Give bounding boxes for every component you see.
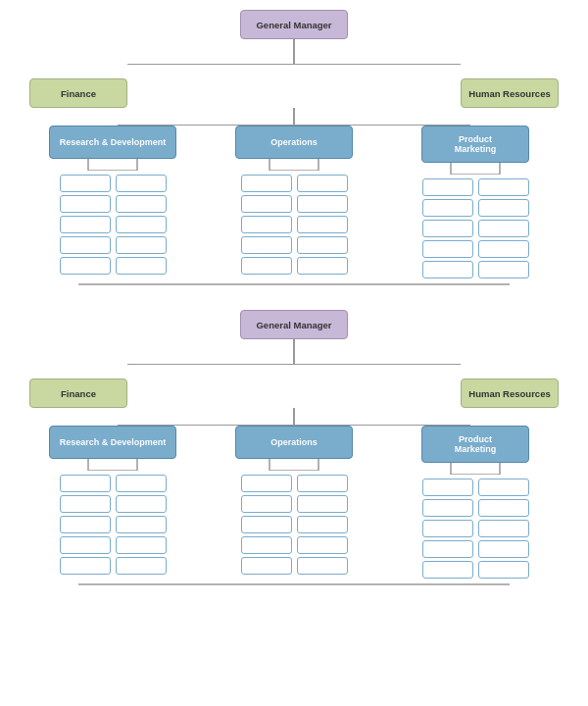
empty-box bbox=[478, 520, 529, 537]
bottom-connector-2 bbox=[29, 579, 559, 590]
empty-box bbox=[116, 536, 167, 554]
org-chart-2: General Manager Finance Human Resources bbox=[10, 310, 578, 590]
depts-row-1: Research & Development bbox=[29, 126, 559, 278]
ops-col2-2 bbox=[297, 475, 348, 575]
empty-box bbox=[297, 495, 348, 513]
finance-col-2: Finance bbox=[29, 378, 127, 408]
hr-col-1: Human Resources bbox=[461, 78, 559, 108]
dept-rd-label-2: Research & Development bbox=[60, 437, 167, 447]
empty-box bbox=[478, 261, 529, 278]
dept-rd-1: Research & Development bbox=[29, 126, 196, 275]
empty-box bbox=[116, 175, 167, 192]
empty-box bbox=[422, 479, 473, 496]
empty-box bbox=[116, 216, 167, 233]
empty-box bbox=[422, 240, 473, 258]
empty-box bbox=[478, 220, 529, 237]
empty-box bbox=[241, 195, 292, 213]
finance-label-2: Finance bbox=[61, 388, 96, 399]
hr-col-2: Human Resources bbox=[461, 378, 559, 408]
gm-box-1: General Manager bbox=[240, 10, 348, 39]
finance-box-1: Finance bbox=[29, 78, 127, 108]
ops-col1-1 bbox=[241, 175, 292, 275]
rd-sub-connector-1 bbox=[49, 159, 176, 171]
finance-hr-connector-2 bbox=[29, 351, 559, 365]
empty-box bbox=[422, 520, 473, 537]
rd-col1-2 bbox=[60, 475, 111, 575]
gm-label-1: General Manager bbox=[256, 20, 331, 30]
hr-label-2: Human Resources bbox=[468, 388, 550, 399]
vline-gm1 bbox=[293, 39, 295, 51]
pm-sub-boxes-1 bbox=[422, 178, 529, 278]
finance-label-1: Finance bbox=[61, 88, 96, 99]
pm-col1-2 bbox=[422, 479, 473, 579]
empty-box bbox=[297, 536, 348, 554]
ops-col2-1 bbox=[297, 175, 348, 275]
empty-box bbox=[297, 557, 348, 575]
rd-sub-connector-2 bbox=[49, 459, 176, 471]
hr-label-1: Human Resources bbox=[468, 88, 550, 99]
ops-sub-boxes-2 bbox=[241, 475, 348, 575]
empty-box bbox=[241, 216, 292, 233]
empty-box bbox=[60, 236, 111, 254]
empty-box bbox=[478, 199, 529, 217]
finance-col-1: Finance bbox=[29, 78, 127, 108]
empty-box bbox=[116, 257, 167, 275]
empty-box bbox=[60, 495, 111, 513]
bottom-svg-2 bbox=[29, 579, 559, 590]
empty-box bbox=[297, 236, 348, 254]
gm-section-2: General Manager bbox=[240, 310, 348, 351]
empty-box bbox=[241, 536, 292, 554]
empty-box bbox=[297, 257, 348, 275]
dept-pm-box-2: Product Marketing bbox=[421, 426, 529, 463]
ops-col1-2 bbox=[241, 475, 292, 575]
empty-box bbox=[478, 240, 529, 258]
rd-sub-boxes-2 bbox=[60, 475, 167, 575]
empty-box bbox=[422, 199, 473, 217]
empty-box bbox=[478, 178, 529, 196]
empty-box bbox=[241, 495, 292, 513]
empty-box bbox=[60, 557, 111, 575]
ops-sub-connector-1 bbox=[235, 159, 353, 171]
empty-box bbox=[60, 475, 111, 492]
pm-col1-1 bbox=[422, 178, 473, 278]
dept-pm-1: Product Marketing bbox=[392, 126, 559, 278]
empty-box bbox=[60, 175, 111, 192]
page: General Manager Finance Human Resources bbox=[0, 0, 588, 600]
dept-connector-svg-1 bbox=[29, 108, 559, 126]
gm-label-2: General Manager bbox=[256, 320, 331, 330]
section-divider bbox=[5, 290, 583, 310]
depts-row-2: Research & Development bbox=[29, 426, 559, 579]
empty-box bbox=[116, 495, 167, 513]
dept-connector-1 bbox=[29, 108, 559, 126]
empty-box bbox=[116, 236, 167, 254]
dept-pm-label-1: Product Marketing bbox=[455, 134, 497, 154]
dept-rd-box-1: Research & Development bbox=[49, 126, 176, 159]
empty-box bbox=[116, 557, 167, 575]
empty-box bbox=[478, 479, 529, 496]
bottom-svg-1 bbox=[29, 278, 559, 290]
empty-box bbox=[422, 499, 473, 517]
dept-ops-1: Operations bbox=[211, 126, 377, 275]
empty-box bbox=[422, 178, 473, 196]
empty-box bbox=[422, 561, 473, 579]
rd-col2-2 bbox=[116, 475, 167, 575]
empty-box bbox=[241, 516, 292, 533]
empty-box bbox=[60, 516, 111, 533]
dept-ops-box-2: Operations bbox=[235, 426, 353, 459]
dept-pm-2: Product Marketing bbox=[392, 426, 559, 579]
finance-hr-row-1: Finance Human Resources bbox=[29, 51, 559, 108]
empty-box bbox=[422, 220, 473, 237]
empty-box bbox=[422, 540, 473, 558]
gm-box-2: General Manager bbox=[240, 310, 348, 339]
empty-box bbox=[241, 475, 292, 492]
pm-sub-boxes-2 bbox=[422, 479, 529, 579]
empty-box bbox=[60, 216, 111, 233]
empty-box bbox=[478, 499, 529, 517]
empty-box bbox=[478, 561, 529, 579]
empty-box bbox=[297, 475, 348, 492]
bottom-connector-1 bbox=[29, 278, 559, 290]
empty-box bbox=[422, 261, 473, 278]
dept-connector-2 bbox=[29, 408, 559, 426]
empty-box bbox=[297, 516, 348, 533]
dept-rd-label-1: Research & Development bbox=[60, 137, 167, 147]
